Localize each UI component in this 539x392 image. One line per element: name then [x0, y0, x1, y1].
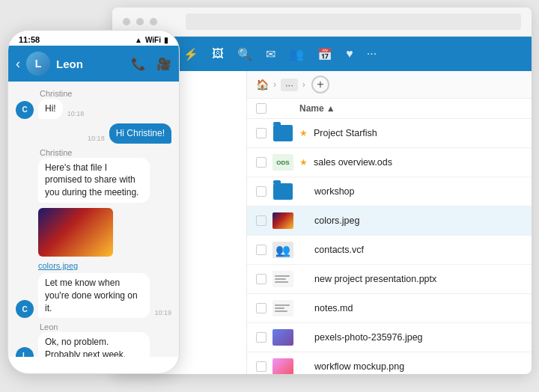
thumbnail-pptx — [272, 271, 293, 287]
traffic-light-1[interactable] — [123, 18, 130, 25]
filename-pptx: new project presentation.pptx — [314, 274, 523, 284]
traffic-light-2[interactable] — [136, 18, 144, 25]
add-button[interactable]: + — [311, 76, 329, 94]
icon-pexels — [272, 327, 293, 348]
nav-contacts-icon[interactable]: 👥 — [289, 47, 304, 61]
msg-time-1: 10:18 — [67, 110, 85, 117]
file-row-colors[interactable]: colors.jpeg — [247, 206, 532, 236]
checkbox-workshop[interactable] — [256, 186, 267, 197]
msg-avatar-3: C — [16, 300, 34, 318]
msg-time-3: 10:19 — [154, 309, 171, 316]
path-more-button[interactable]: ··· — [281, 79, 298, 91]
nc-nav-icons: 📁 ⚡ 🖼 🔍 ✉ 👥 📅 ♥ ··· — [155, 47, 377, 61]
contact-name: Leon — [56, 58, 125, 70]
file-row-contacts[interactable]: 👥 contacts.vcf — [247, 236, 532, 265]
icon-starfish — [272, 123, 293, 144]
msg-bubble-4: Let me know when you're done working on … — [38, 273, 150, 318]
scene: 11:58 ▲ WiFi ▮ ‹ L Leon 📞 🎥 Christine — [7, 7, 532, 385]
header-checkbox[interactable] — [256, 103, 267, 114]
nav-activity-icon[interactable]: ⚡ — [183, 47, 198, 61]
message-group-2: Hi Christine! 10:18 — [8, 122, 179, 145]
icon-colors — [272, 210, 293, 231]
file-row-pexels[interactable]: pexels-photo-235976.jpeg — [247, 323, 532, 352]
checkbox-sales[interactable] — [256, 157, 267, 168]
back-icon[interactable]: ‹ — [16, 56, 20, 72]
wifi-icon: WiFi — [145, 36, 161, 44]
file-row-workflow[interactable]: workflow mockup.png — [247, 352, 532, 374]
phone-call-icon[interactable]: 📞 — [131, 57, 146, 71]
icon-contacts: 👥 — [272, 239, 293, 260]
notes-visual — [272, 300, 293, 316]
msg-time-5: 10:30 — [154, 356, 171, 357]
filename-workshop: workshop — [314, 186, 523, 197]
msg-row-2: Hi Christine! 10:18 — [16, 123, 171, 144]
video-call-icon[interactable]: 🎥 — [156, 57, 171, 71]
address-bar[interactable] — [186, 13, 521, 30]
msg-bubble-3: Here's that file I promised to share wit… — [38, 158, 150, 203]
home-icon[interactable]: 🏠 — [256, 79, 269, 91]
checkbox-notes[interactable] — [256, 303, 267, 313]
message-group-1: Christine C Hi! 10:18 — [8, 88, 179, 120]
thumbnail-workflow — [272, 358, 293, 374]
file-row-workshop[interactable]: workshop — [247, 177, 532, 206]
nav-more-icon[interactable]: ··· — [367, 47, 377, 61]
file-row-notes[interactable]: notes.md — [247, 294, 532, 323]
nc-file-list: ★ Project Starfish ODS ★ sales overview.… — [247, 119, 532, 374]
contact-avatar: L — [26, 52, 50, 76]
msg-avatar-1: C — [16, 101, 34, 119]
image-visual — [38, 208, 113, 257]
checkbox-colors[interactable] — [256, 215, 267, 226]
nav-gallery-icon[interactable]: 🖼 — [212, 47, 224, 61]
thumbnail-colors — [272, 212, 293, 229]
sender-name-3: Christine — [16, 148, 171, 157]
checkbox-pexels[interactable] — [256, 332, 267, 343]
colors-image[interactable] — [38, 208, 113, 257]
pptx-visual — [272, 271, 293, 287]
nav-search-icon[interactable]: 🔍 — [237, 47, 252, 61]
filename-starfish: Project Starfish — [314, 128, 523, 138]
nav-mail-icon[interactable]: ✉ — [266, 47, 275, 61]
traffic-light-3[interactable] — [150, 18, 157, 25]
message-group-5: Leon L Ok, no problem. Probably next wee… — [8, 321, 179, 357]
checkbox-pptx[interactable] — [256, 274, 267, 284]
msg-row-1: C Hi! 10:18 — [16, 99, 171, 119]
signal-icon: ▲ — [135, 36, 142, 44]
icon-workflow — [272, 356, 293, 374]
thumbnail-contacts: 👥 — [272, 242, 293, 258]
sender-name-5: Leon — [16, 322, 171, 331]
ods-visual: ODS — [272, 154, 293, 171]
pexels-visual — [272, 329, 293, 346]
star-sales[interactable]: ★ — [299, 157, 308, 168]
messages-list: Christine C Hi! 10:18 Hi Christine! 10:1… — [8, 82, 179, 357]
time-display: 11:58 — [19, 35, 40, 44]
name-label: Name — [299, 103, 324, 114]
file-row-project-starfish[interactable]: ★ Project Starfish — [247, 119, 532, 148]
header-name-col[interactable]: Name ▲ — [299, 103, 523, 114]
icon-workshop — [272, 181, 293, 202]
nc-path-bar: 🏠 › ··· › + — [247, 71, 532, 99]
nav-favorites-icon[interactable]: ♥ — [346, 47, 353, 61]
filename-notes: notes.md — [314, 303, 523, 313]
checkbox-contacts[interactable] — [256, 245, 267, 255]
path-sep-1: › — [273, 79, 276, 90]
filename-sales: sales overview.ods — [314, 157, 523, 168]
contacts-visual: 👥 — [272, 242, 293, 258]
path-sep-2: › — [302, 79, 305, 90]
file-row-pptx[interactable]: new project presentation.pptx — [247, 265, 532, 294]
phone: 11:58 ▲ WiFi ▮ ‹ L Leon 📞 🎥 Christine — [7, 30, 180, 374]
icon-pptx — [272, 269, 293, 290]
checkbox-workflow[interactable] — [256, 361, 267, 372]
folder-blue-icon — [273, 125, 293, 141]
image-link[interactable]: colors.jpeg — [38, 261, 150, 270]
checkbox-starfish[interactable] — [256, 128, 267, 138]
msg-time-2: 10:18 — [88, 135, 105, 142]
star-starfish[interactable]: ★ — [299, 128, 308, 138]
nav-calendar-icon[interactable]: 📅 — [317, 47, 332, 61]
status-icons: ▲ WiFi ▮ — [135, 36, 168, 44]
chat-header: ‹ L Leon 📞 🎥 — [8, 46, 179, 82]
file-row-sales-overview[interactable]: ODS ★ sales overview.ods — [247, 148, 532, 177]
workflow-visual — [272, 358, 293, 374]
filename-workflow: workflow mockup.png — [314, 361, 523, 372]
msg-bubble-5: Ok, no problem. Probably next week. — [38, 332, 150, 357]
header-actions: 📞 🎥 — [131, 57, 171, 71]
